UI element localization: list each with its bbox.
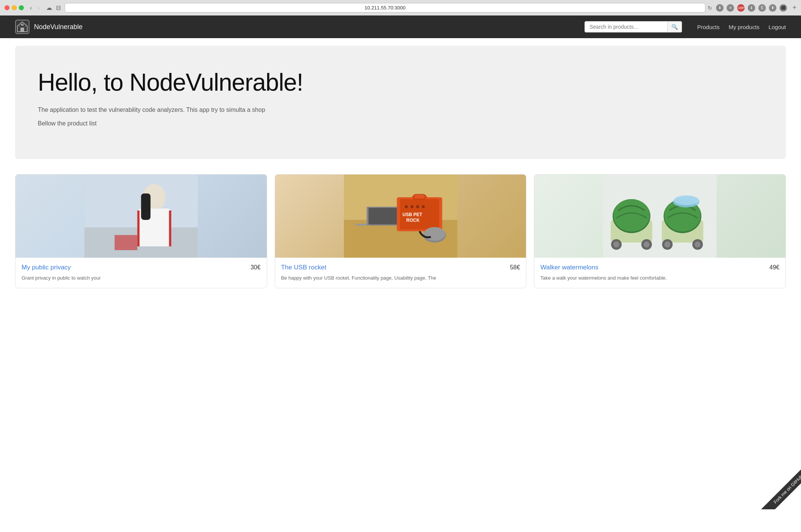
extension-icon-1: E <box>758 4 766 12</box>
product-desc-2: Be happy with your USB rocket. Functiona… <box>281 274 520 282</box>
svg-point-41 <box>665 241 671 247</box>
svg-point-23 <box>416 205 419 208</box>
nav-logo: IS <box>15 20 29 34</box>
svg-text:USB PET: USB PET <box>402 212 422 217</box>
browser-toolbar: ‹ › ☁ ⊟ 10.211.55.70:3000 ↻ ⬇ ≡ ABP ℹ E … <box>5 3 796 15</box>
new-tab-button[interactable]: + <box>792 4 796 12</box>
product-image-1 <box>15 175 267 258</box>
svg-rect-8 <box>137 210 139 246</box>
svg-point-32 <box>614 199 650 232</box>
product-price-2: 58€ <box>510 264 520 271</box>
nav-links: Products My products Logout <box>697 24 786 30</box>
browser-chrome: ‹ › ☁ ⊟ 10.211.55.70:3000 ↻ ⬇ ≡ ABP ℹ E … <box>0 0 801 15</box>
url-bar[interactable]: 10.211.55.70:3000 <box>65 3 706 12</box>
info-icon: ℹ <box>748 4 755 12</box>
product-title-row-1: My public privacy 30€ <box>22 264 261 271</box>
product-card-1: My public privacy 30€ Grant privacy in p… <box>15 174 267 288</box>
svg-point-22 <box>410 205 413 208</box>
sidebar-button[interactable]: ⊟ <box>56 4 61 11</box>
product-title-row-3: Walker watermelons 49€ <box>540 264 779 271</box>
my-products-link[interactable]: My products <box>728 24 759 30</box>
hero-subtext: Bellow the product list <box>38 119 763 128</box>
product-body-1: My public privacy 30€ Grant privacy in p… <box>15 258 267 288</box>
svg-point-45 <box>674 195 699 205</box>
maximize-button[interactable] <box>19 5 24 10</box>
svg-rect-1 <box>20 28 24 32</box>
svg-rect-10 <box>141 193 150 220</box>
traffic-lights <box>5 5 24 10</box>
product-title-2[interactable]: The USB rocket <box>281 264 326 271</box>
product-image-3 <box>534 175 786 258</box>
svg-point-34 <box>614 241 620 247</box>
nav-title: NodeVulnerable <box>34 23 82 31</box>
svg-rect-9 <box>169 210 171 246</box>
svg-point-21 <box>405 205 408 208</box>
svg-text:ROCK: ROCK <box>406 218 420 223</box>
hero-heading: Hello, to NodeVulnerable! <box>38 68 763 96</box>
svg-point-28 <box>424 227 445 241</box>
reload-button[interactable]: ↻ <box>708 3 712 12</box>
product-desc-1: Grant privacy in public to watch your <box>22 274 261 282</box>
download-icon: ⬇ <box>716 4 724 12</box>
close-button[interactable] <box>5 5 9 10</box>
product-price-1: 30€ <box>251 264 261 271</box>
abp-icon: ABP <box>737 4 745 12</box>
product-desc-3: Take a walk your watermelons and make fe… <box>540 274 779 282</box>
products-grid: My public privacy 30€ Grant privacy in p… <box>15 174 786 288</box>
hero-description: The application to test the vulnerabilit… <box>38 105 763 114</box>
nav-brand: IS NodeVulnerable <box>15 20 82 34</box>
product-title-row-2: The USB rocket 58€ <box>281 264 520 271</box>
main-nav: IS NodeVulnerable 🔍 Products My products… <box>0 15 801 38</box>
products-section: My public privacy 30€ Grant privacy in p… <box>0 167 801 303</box>
product-image-2: USB PET ROCK <box>275 175 526 258</box>
share-icon: ⬆ <box>769 4 776 12</box>
nav-search: 🔍 <box>585 21 682 32</box>
nav-buttons: ‹ › <box>28 4 42 12</box>
layers-icon: ≡ <box>727 4 734 12</box>
svg-text:IS: IS <box>21 23 24 26</box>
svg-point-24 <box>422 205 425 208</box>
product-title-1[interactable]: My public privacy <box>22 264 71 271</box>
svg-point-43 <box>695 241 701 247</box>
cast-icon: ⬛ <box>779 4 787 12</box>
svg-point-36 <box>644 241 650 247</box>
search-input[interactable] <box>585 21 668 32</box>
url-bar-wrap: 10.211.55.70:3000 ↻ <box>65 3 713 12</box>
cloud-button[interactable]: ☁ <box>46 4 52 11</box>
product-title-3[interactable]: Walker watermelons <box>540 264 598 271</box>
back-button[interactable]: ‹ <box>28 4 34 12</box>
svg-rect-11 <box>114 235 137 250</box>
logout-link[interactable]: Logout <box>769 24 786 30</box>
product-body-3: Walker watermelons 49€ Take a walk your … <box>534 258 786 288</box>
forward-button[interactable]: › <box>36 4 42 12</box>
product-body-2: The USB rocket 58€ Be happy with your US… <box>275 258 526 288</box>
search-button[interactable]: 🔍 <box>668 21 682 32</box>
hero-section: Hello, to NodeVulnerable! The applicatio… <box>15 46 786 159</box>
product-card-2: USB PET ROCK The USB rocket 58€ Be happy… <box>275 174 527 288</box>
extension-icons: ⬇ ≡ ABP ℹ E ⬆ ⬛ <box>716 4 787 12</box>
minimize-button[interactable] <box>12 5 17 10</box>
product-price-3: 49€ <box>769 264 779 271</box>
products-link[interactable]: Products <box>697 24 719 30</box>
product-card-3: Walker watermelons 49€ Take a walk your … <box>534 174 786 288</box>
